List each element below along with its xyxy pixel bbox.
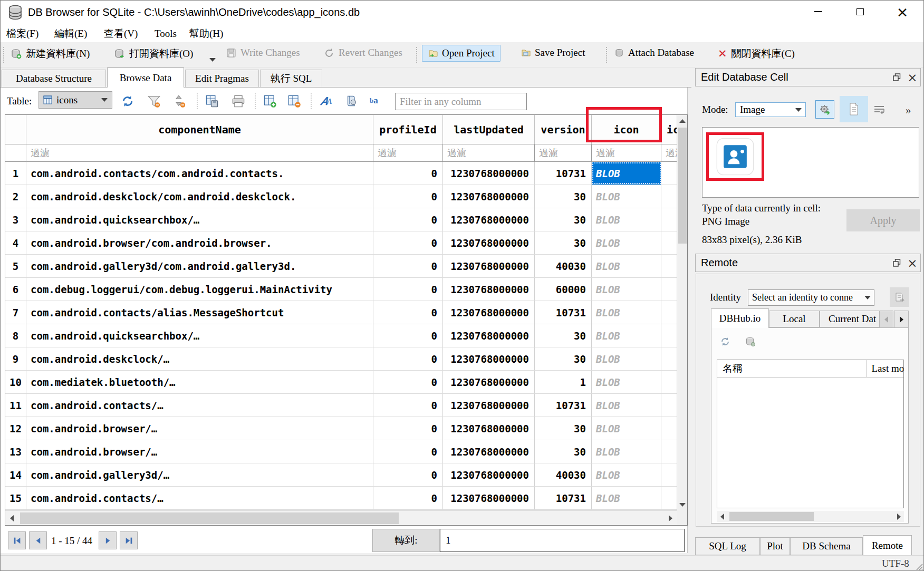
scroll-left-icon[interactable] xyxy=(6,513,17,524)
cell-partial[interactable] xyxy=(661,278,677,301)
cell-partial[interactable] xyxy=(661,162,677,185)
font-format-icon[interactable]: 𝐴A xyxy=(320,95,332,108)
insert-record-icon[interactable] xyxy=(263,94,277,108)
filter-profileId[interactable]: 過濾 xyxy=(373,144,443,162)
save-project-button[interactable]: Save Project xyxy=(521,47,585,59)
cell-icon[interactable]: BLOB xyxy=(592,463,661,486)
cell-partial[interactable] xyxy=(661,185,677,208)
import-certificate-button[interactable] xyxy=(890,287,909,307)
cell-version[interactable]: 1 xyxy=(535,371,592,393)
cell-lastUpdated[interactable]: 1230768000000 xyxy=(443,231,535,254)
cell-profileId[interactable]: 0 xyxy=(373,324,443,347)
print-icon[interactable] xyxy=(232,94,245,108)
cell-icon[interactable]: BLOB xyxy=(592,371,661,393)
cell-partial[interactable] xyxy=(661,440,677,463)
cell-componentName[interactable]: com.android.deskclock/com.android.deskcl… xyxy=(26,185,373,208)
row-number[interactable]: 15 xyxy=(5,487,26,509)
cell-profileId[interactable]: 0 xyxy=(373,487,443,509)
cell-profileId[interactable]: 0 xyxy=(373,440,443,463)
row-number[interactable]: 13 xyxy=(5,440,26,463)
close-database-button[interactable]: ✕ 關閉資料庫(C) xyxy=(718,47,795,61)
write-changes-button[interactable]: Write Changes xyxy=(226,47,300,59)
row-number[interactable]: 9 xyxy=(5,347,26,370)
delete-record-icon[interactable] xyxy=(287,94,301,108)
dock-tab-remote[interactable]: Remote xyxy=(863,535,912,555)
cell-componentName[interactable]: com.android.quicksearchbox/… xyxy=(26,324,373,347)
revert-changes-button[interactable]: Revert Changes xyxy=(324,47,402,59)
cell-profileId[interactable]: 0 xyxy=(373,231,443,254)
header-partial[interactable]: ic xyxy=(661,115,677,144)
refresh-icon[interactable] xyxy=(121,94,134,108)
cell-componentName[interactable]: com.android.gallery3d/… xyxy=(26,463,373,486)
vertical-scrollbar-thumb[interactable] xyxy=(678,128,687,244)
first-page-button[interactable] xyxy=(8,531,26,549)
mode-selector[interactable]: Image xyxy=(735,102,806,117)
remote-horizontal-scrollbar[interactable] xyxy=(717,511,904,522)
row-number[interactable]: 4 xyxy=(5,231,26,254)
row-number[interactable]: 12 xyxy=(5,417,26,440)
cell-componentName[interactable]: com.android.contacts/alias.MessageShortc… xyxy=(26,301,373,324)
cell-partial[interactable] xyxy=(661,371,677,393)
filter-icon[interactable]: 過濾 xyxy=(592,144,661,162)
menu-edit[interactable]: 編輯(E) xyxy=(53,25,88,43)
apply-button[interactable]: Apply xyxy=(846,209,920,231)
clear-sort-icon[interactable] xyxy=(172,94,186,108)
menu-help[interactable]: 幫助(H) xyxy=(188,25,224,43)
filter-any-column-input[interactable] xyxy=(395,93,527,110)
cell-lastUpdated[interactable]: 1230768000000 xyxy=(443,255,535,277)
more-tools-icon[interactable]: » xyxy=(906,104,910,117)
row-number[interactable]: 8 xyxy=(5,324,26,347)
cell-version[interactable]: 30 xyxy=(535,231,592,254)
cell-componentName[interactable]: com.android.browser/com.android.browser. xyxy=(26,231,373,254)
open-project-button[interactable]: Open Project xyxy=(422,45,500,62)
cell-profileId[interactable]: 0 xyxy=(373,162,443,185)
cell-partial[interactable] xyxy=(661,487,677,509)
cell-componentName[interactable]: com.android.contacts/… xyxy=(26,394,373,417)
cell-componentName[interactable]: com.android.browser/… xyxy=(26,440,373,463)
cell-icon[interactable]: BLOB xyxy=(592,394,661,417)
row-number[interactable]: 11 xyxy=(5,394,26,417)
cell-version[interactable]: 10731 xyxy=(535,487,592,509)
remote-header-name[interactable]: 名稱 xyxy=(717,360,867,377)
last-page-button[interactable] xyxy=(120,531,138,549)
cell-profileId[interactable]: 0 xyxy=(373,371,443,393)
cell-lastUpdated[interactable]: 1230768000000 xyxy=(443,278,535,301)
cell-componentName[interactable]: com.android.contacts/… xyxy=(26,487,373,509)
menu-file[interactable]: 檔案(F) xyxy=(5,25,40,43)
cell-lastUpdated[interactable]: 1230768000000 xyxy=(443,162,535,185)
cell-lastUpdated[interactable]: 1230768000000 xyxy=(443,417,535,440)
cell-partial[interactable] xyxy=(661,417,677,440)
cell-profileId[interactable]: 0 xyxy=(373,463,443,486)
cell-version[interactable]: 60000 xyxy=(535,278,592,301)
scroll-right-icon[interactable] xyxy=(665,513,676,524)
cell-partial[interactable] xyxy=(661,324,677,347)
row-number[interactable]: 1 xyxy=(5,162,26,185)
encoding-indicator[interactable]: UTF-8 xyxy=(882,558,909,569)
dock-tab-sql-log[interactable]: SQL Log xyxy=(695,537,760,555)
cell-icon[interactable]: BLOB xyxy=(592,487,661,509)
tab-browse-data[interactable]: Browse Data xyxy=(107,67,184,88)
text-mode-button[interactable] xyxy=(840,96,868,122)
open-database-button[interactable]: 打開資料庫(O) xyxy=(114,47,193,61)
tab-edit-pragmas[interactable]: Edit Pragmas xyxy=(185,70,259,88)
vertical-scrollbar[interactable] xyxy=(677,115,687,511)
cell-profileId[interactable]: 0 xyxy=(373,347,443,370)
encoding-icon[interactable]: ba xyxy=(370,95,378,106)
cell-componentName[interactable]: com.debug.loggerui/com.debug.loggerui.Ma… xyxy=(26,278,373,301)
filter-componentName[interactable]: 過濾 xyxy=(26,144,373,162)
cell-icon[interactable]: BLOB xyxy=(592,301,661,324)
word-wrap-icon[interactable] xyxy=(873,105,885,114)
cell-componentName[interactable]: com.android.contacts/com.android.contact… xyxy=(26,162,373,185)
cell-lastUpdated[interactable]: 1230768000000 xyxy=(443,371,535,393)
cell-componentName[interactable]: com.android.deskclock/… xyxy=(26,347,373,370)
open-database-dropdown-icon[interactable] xyxy=(209,58,216,62)
cell-lastUpdated[interactable]: 1230768000000 xyxy=(443,301,535,324)
cell-icon[interactable]: BLOB xyxy=(592,208,661,231)
tab-scroll-right-button[interactable] xyxy=(894,311,909,328)
cell-version[interactable]: 30 xyxy=(535,347,592,370)
tab-scroll-left-button[interactable] xyxy=(879,311,893,328)
cell-icon[interactable]: BLOB xyxy=(592,255,661,277)
cell-icon[interactable]: BLOB xyxy=(592,417,661,440)
remote-tab-dbhub[interactable]: DBHub.io xyxy=(711,308,769,328)
row-number[interactable]: 14 xyxy=(5,463,26,486)
